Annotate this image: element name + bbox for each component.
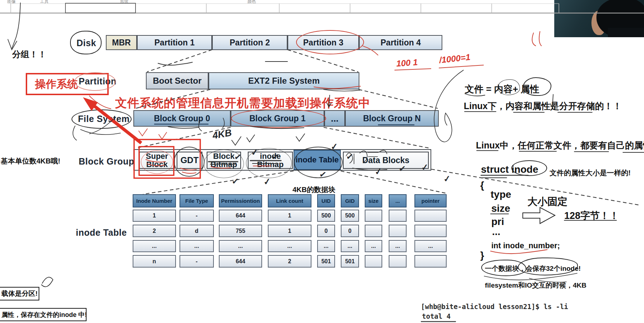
inode-grid-header: pointer (414, 194, 447, 207)
inode-grid-cell (414, 210, 447, 222)
brace-open: { (480, 180, 484, 191)
toolbar-tab-shapes[interactable]: 形状 (120, 0, 128, 5)
inode-grid-cell: - (180, 210, 214, 222)
fixed-size-note: 大小固定 (527, 195, 567, 209)
handwritten-4kb: 4KB (212, 127, 233, 142)
checkmark-annotation: ✓ (443, 173, 451, 184)
inode-table-box: inode Table (294, 150, 341, 170)
inode-grid-cell (365, 255, 382, 268)
inode-grid-cell (365, 210, 382, 222)
checkmark-annotation: ✓ (319, 169, 327, 180)
checkmark-annotation: ✓ (231, 176, 239, 186)
brace-close: } (480, 250, 484, 261)
inode-grid-cell (389, 225, 407, 237)
block-group-n-box: Block Group N (345, 110, 439, 127)
inode-grid-cell: ... (180, 240, 214, 252)
field-type: type (491, 189, 511, 200)
field-size: size (491, 203, 510, 214)
datablock-note: 4KB的数据块 (292, 185, 335, 195)
inode-grid-cell: 501 (341, 255, 359, 268)
lecture-canvas: 图像 工具 形状 颜色 Disk MBR Partition 1 Partiti… (0, 0, 644, 323)
inode-grid-cell: 500 (341, 210, 359, 222)
inode-grid-header: Link count (268, 194, 311, 207)
attr-note-box: 属性，保存在文件的inode 中! (0, 308, 87, 321)
toolbar-tab-image[interactable]: 图像 (7, 0, 16, 5)
hollow-arrow-annotation (523, 207, 555, 224)
filesystem-label: File System (78, 114, 129, 124)
inode-grid-cell: 500 (317, 210, 335, 222)
terminal-prompt-line: [whb@bite-alicloud lesson21]$ ls -li (421, 303, 568, 310)
inode-grid-cell: 644 (219, 255, 262, 268)
inode-grid-cell (414, 225, 447, 237)
inode-bitmap-box: inode Bitmap (248, 152, 293, 169)
partition1-box: Partition 1 (137, 35, 212, 50)
inode-grid-cell: ... (389, 240, 407, 252)
carrier-note-box: 载体是分区! (0, 287, 39, 300)
block-bitmap-box: Block Bitmap (207, 152, 241, 169)
presenter-shoulder (608, 28, 644, 37)
inode-grid-cell: ... (268, 240, 311, 252)
bytes-128-note: 128字节！！ (564, 209, 619, 222)
inode-grid-header: Inode Number (133, 194, 176, 207)
inode-grid-cell: 0 (317, 225, 335, 237)
disk-label: Disk (77, 38, 96, 48)
inode-grid-cell: d (180, 225, 214, 237)
boot-sector-box: Boot Sector (146, 72, 208, 89)
inode-grid-cell (365, 225, 382, 237)
inode-grid-cell: 0 (341, 225, 359, 237)
inode-grid-header: size (365, 194, 382, 207)
struct-inode-decl: struct inode (481, 164, 538, 175)
linux-storage-note: Linux下，内容和属性是分开存储的！！ (464, 100, 622, 112)
webcam-view (554, 0, 644, 37)
inode-grid-header: Permissiontion (219, 194, 262, 207)
inode-grid-header: File Type (180, 194, 214, 207)
gdt-box: GDT (177, 152, 202, 169)
carrier-note: 载体是分区! (1, 289, 38, 298)
super-block-box: Super Block (139, 152, 175, 169)
inode-grid-cell: 755 (219, 225, 262, 237)
os-label: 操作系统 (35, 77, 78, 92)
inode-grid-header: GID (341, 194, 359, 207)
field-ellipsis: ... (492, 226, 500, 238)
inode-grid-cell: 501 (317, 255, 335, 268)
handwritten-mark-1: 100 1 (396, 57, 418, 69)
data-blocks-box: Data Blocks (343, 152, 429, 169)
blockgroup-strip: Super Block GDT Block Bitmap inode Bitma… (133, 149, 431, 171)
down-arrow-annotation (8, 3, 20, 50)
toolbar-tab-tools[interactable]: 工具 (40, 0, 49, 5)
block-group-0-box: Block Group 0 (133, 110, 231, 127)
inode-table-label: inode Table (76, 227, 127, 238)
inode-grid-cell: 1 (268, 225, 311, 237)
inode-grid-cell: 2 (268, 255, 311, 268)
os-red-box: 操作系统 (26, 73, 109, 95)
unit-note: 基本单位数4KB哦! (1, 156, 60, 166)
inode-grid-header: UID (317, 194, 335, 207)
attr-size-note: 文件的属性大小是一样的! (550, 168, 631, 178)
block-group-1-box: Block Group 1 (231, 110, 324, 127)
partition4-box: Partition 4 (359, 35, 442, 50)
partition2-box: Partition 2 (212, 35, 287, 50)
block-group-dots-box: ... (324, 110, 345, 127)
inode-grid-cell: ... (317, 240, 335, 252)
grouping-note: 分组！！ (12, 49, 46, 60)
inode-grid-cell: 2 (133, 225, 176, 237)
file-formula-note: 文件 = 内容+ 属性 (465, 83, 539, 96)
toolbar-chrome (0, 3, 644, 13)
inode-grid-cell: 1 (133, 210, 176, 222)
checkmark-annotation: ✓ (263, 176, 271, 187)
toolbar-tab-colors[interactable]: 颜色 (247, 0, 256, 5)
inode-grid-cell: ... (365, 240, 382, 252)
handwritten-mark-2: /1000=1 (439, 52, 471, 65)
inode-grid-cell (414, 255, 447, 268)
linux-attr-note: Linux中，任何正常文件，都要有自己的属性集合 (476, 140, 644, 151)
fs-io-note: filesystem和IO交互的时候，4KB (485, 281, 586, 290)
inode-per-block-note: 一个数据块，会保存32个inode! (485, 264, 581, 273)
inode-grid-cell: 1 (268, 210, 311, 222)
inode-grid-header: ... (389, 194, 407, 207)
inode-grid-cell (389, 255, 407, 268)
inode-grid-cell (389, 210, 407, 222)
inode-grid-cell: ... (219, 240, 262, 252)
attr-note: 属性，保存在文件的inode 中! (1, 310, 87, 319)
field-inode-number: int inode_number; (491, 241, 560, 250)
inode-grid-cell: 644 (219, 210, 262, 222)
